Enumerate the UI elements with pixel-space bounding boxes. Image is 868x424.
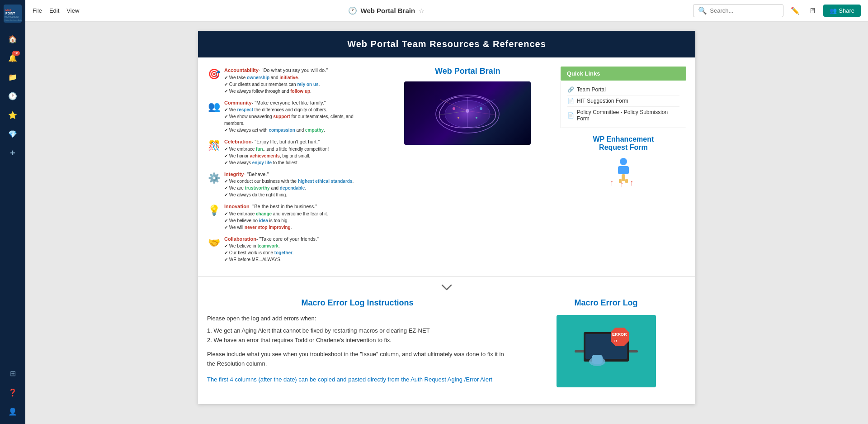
search-box[interactable]: 🔍 [693, 4, 783, 17]
instructions-note2: The first 4 columns (after the date) can… [207, 375, 508, 385]
instructions-item-2: 2. We have an error that requires Todd o… [207, 337, 508, 343]
menu-edit[interactable]: Edit [49, 7, 59, 14]
brain-image [404, 81, 531, 145]
instructions-list: 1. We get an Aging Alert that cannot be … [207, 327, 508, 343]
celebration-icon: 🎊 [207, 138, 221, 153]
quicklinks-column: Quick Links 🔗 Team Portal 📄 HIT Suggesti… [561, 67, 686, 267]
quicklink-label-3: Policy Committee - Policy Submission For… [577, 109, 679, 122]
search-icon: 🔍 [698, 6, 707, 15]
sidebar-folder-icon[interactable]: 📁 [5, 69, 21, 85]
edit-button[interactable]: ✏️ [789, 5, 802, 17]
link-icon-2: 📄 [567, 98, 574, 104]
section1: 🎯 Accountability- "Do what you say you w… [198, 57, 695, 277]
svg-point-11 [476, 117, 477, 119]
sidebar-home-icon[interactable]: 🏠 [5, 31, 21, 47]
quicklink-label-2: HIT Suggestion Form [577, 98, 628, 104]
svg-text:↑: ↑ [610, 178, 614, 187]
sidebar-clock-icon[interactable]: 🕐 [5, 88, 21, 104]
svg-rect-18 [618, 166, 629, 174]
macro-error-column: Macro Error Log [526, 298, 686, 391]
menu-bar: File Edit View [33, 7, 79, 14]
clock-icon: 🕐 [348, 6, 357, 15]
macro-error-image: ERROR R [557, 315, 656, 387]
svg-point-17 [620, 158, 627, 165]
present-button[interactable]: 🖥 [807, 5, 818, 17]
quicklink-team-portal[interactable]: 🔗 Team Portal [567, 84, 679, 95]
value-celebration: 🎊 Celebration- "Enjoy life, but don't ge… [207, 138, 375, 166]
logo: Med POINT MANAGEMENT Putting Excellence … [4, 5, 22, 24]
menu-file[interactable]: File [33, 7, 42, 14]
sidebar-diamond-icon[interactable]: 💎 [5, 126, 21, 142]
celebration-bullets: ✔ We embrace fun...and a little friendly… [224, 146, 329, 166]
integrity-title: Integrity- "Behave." [224, 171, 354, 178]
value-integrity: ⚙️ Integrity- "Behave." ✔ We conduct our… [207, 171, 375, 199]
sidebar-user-icon[interactable]: 👤 [5, 403, 21, 419]
collaboration-icon: 🤝 [207, 235, 221, 250]
svg-marker-30 [611, 328, 629, 346]
topbar: File Edit View 🕐 Web Portal Brain ☆ 🔍 ✏️… [25, 0, 868, 22]
accountability-icon: 🎯 [207, 67, 221, 81]
value-innovation: 💡 Innovation- "Be the best in the busine… [207, 203, 375, 231]
values-column: 🎯 Accountability- "Do what you say you w… [207, 67, 375, 267]
svg-point-8 [453, 107, 455, 110]
doc-page: Web Portal Team Resources & References 🎯… [198, 31, 695, 404]
list-number-2: 2. [207, 337, 213, 343]
sidebar-star-icon[interactable]: ⭐ [5, 107, 21, 123]
innovation-icon: 💡 [207, 203, 221, 218]
celebration-title: Celebration- "Enjoy life, but don't get … [224, 138, 329, 146]
quicklink-hit[interactable]: 📄 HIT Suggestion Form [567, 95, 679, 107]
macro-instructions-title: Macro Error Log Instructions [207, 298, 508, 308]
instructions-intro: Please open the log and add errors when: [207, 315, 508, 322]
svg-text:ERROR: ERROR [612, 332, 627, 337]
topbar-right: 🔍 ✏️ 🖥 👥 Share [693, 4, 861, 17]
value-accountability: 🎯 Accountability- "Do what you say you w… [207, 67, 375, 95]
innovation-bullets: ✔ We embrace change and overcome the fea… [224, 210, 328, 231]
link-icon-3: 📄 [567, 112, 574, 119]
value-community: 👥 Community- "Make everyone feel like fa… [207, 99, 375, 134]
accountability-bullets: ✔ We take ownership and initiative. ✔ Ou… [224, 74, 328, 95]
sidebar-bell-icon[interactable]: 🔔 16 [5, 50, 21, 66]
main-area: File Edit View 🕐 Web Portal Brain ☆ 🔍 ✏️… [25, 0, 868, 424]
chevron-divider[interactable] [198, 277, 695, 298]
svg-rect-29 [592, 355, 603, 364]
brain-section-title: Web Portal Brain [435, 67, 500, 76]
brain-column: Web Portal Brain [384, 67, 552, 267]
sidebar-grid-icon[interactable]: ⊞ [5, 365, 21, 381]
section2: Macro Error Log Instructions Please open… [198, 298, 695, 404]
macro-instructions-column: Macro Error Log Instructions Please open… [207, 298, 508, 391]
quicklinks-body: 🔗 Team Portal 📄 HIT Suggestion Form 📄 Po… [561, 81, 686, 128]
integrity-icon: ⚙️ [207, 171, 221, 186]
sidebar-plus-icon[interactable]: + [5, 145, 21, 161]
star-favorite-icon[interactable]: ☆ [419, 7, 425, 14]
accountability-title: Accountability- "Do what you say you wil… [224, 67, 328, 74]
list-number-1: 1. [207, 327, 213, 334]
quicklinks-header: Quick Links [561, 67, 686, 81]
integrity-bullets: ✔ We conduct our business with the highe… [224, 178, 354, 198]
collaboration-bullets: ✔ We believe in teamwork. ✔ Our best wor… [224, 243, 319, 263]
community-title: Community- "Make everyone feel like fami… [224, 99, 375, 107]
wp-enhancement-icon: ↑ ↑ ↑ [561, 156, 686, 192]
svg-point-9 [480, 107, 482, 110]
document-title: Web Portal Brain [361, 7, 415, 14]
search-input[interactable] [710, 7, 782, 14]
innovation-title: Innovation- "Be the best in the business… [224, 203, 328, 210]
topbar-center: 🕐 Web Portal Brain ☆ [88, 6, 684, 15]
value-collaboration: 🤝 Collaboration- "Take care of your frie… [207, 235, 375, 263]
svg-text:POINT: POINT [5, 12, 15, 15]
wp-enhancement-title: WP Enhancement Request Form [561, 135, 686, 152]
share-label: Share [839, 7, 854, 14]
community-icon: 👥 [207, 99, 221, 114]
sidebar: Med POINT MANAGEMENT Putting Excellence … [0, 0, 25, 424]
quicklink-policy[interactable]: 📄 Policy Committee - Policy Submission F… [567, 107, 679, 124]
instructions-item-1: 1. We get an Aging Alert that cannot be … [207, 327, 508, 334]
menu-view[interactable]: View [66, 7, 79, 14]
svg-text:MANAGEMENT: MANAGEMENT [5, 16, 19, 18]
svg-rect-21 [625, 179, 628, 183]
macro-error-log-title: Macro Error Log [575, 298, 638, 308]
share-button[interactable]: 👥 Share [823, 5, 861, 17]
brain-svg [427, 91, 508, 136]
instructions-note1: Please include what you see when you tro… [207, 350, 508, 369]
sidebar-help-icon[interactable]: ❓ [5, 384, 21, 400]
collaboration-title: Collaboration- "Take care of your friend… [224, 235, 319, 243]
share-icon: 👥 [830, 7, 837, 14]
